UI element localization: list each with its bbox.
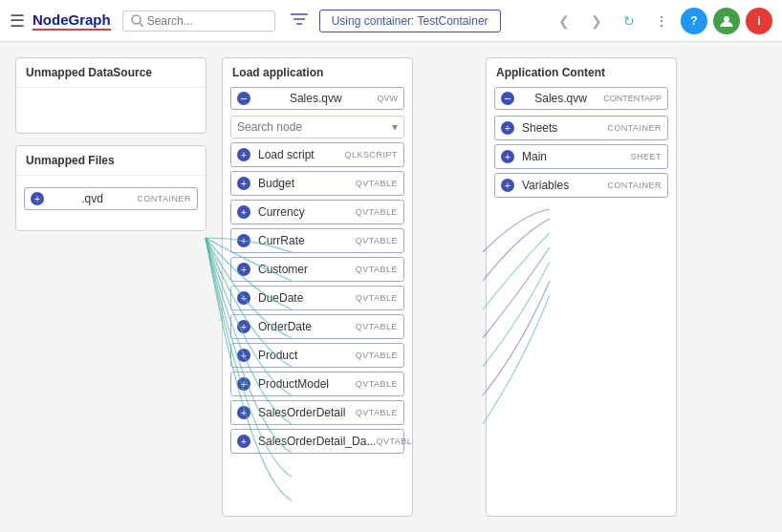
node-tag: QVTABLE: [356, 179, 398, 188]
add-app-node-button[interactable]: +: [501, 150, 514, 163]
svg-point-5: [724, 16, 729, 22]
search-node-bar[interactable]: ▾: [230, 116, 404, 138]
list-item[interactable]: + Main SHEET: [494, 144, 668, 169]
add-node-button[interactable]: +: [237, 435, 250, 448]
list-item[interactable]: + OrderDate QVTABLE: [230, 314, 404, 339]
node-name: Budget: [258, 177, 294, 190]
load-application-panel: Load application − Sales.qvw QVW ▾ + Loa…: [222, 57, 413, 517]
app-content-panel: Application Content − Sales.qvw CONTENTA…: [486, 57, 677, 517]
list-item[interactable]: + Budget QVTABLE: [230, 171, 404, 196]
add-node-button[interactable]: +: [237, 205, 250, 219]
list-item[interactable]: + Product QVTABLE: [230, 343, 404, 368]
help-button[interactable]: ?: [681, 8, 707, 34]
node-name: OrderDate: [258, 320, 312, 333]
info-button[interactable]: i: [746, 8, 772, 34]
node-name: CurrRate: [258, 234, 305, 247]
list-item[interactable]: + .qvd CONTAINER: [24, 187, 198, 210]
list-item[interactable]: + ProductModel QVTABLE: [230, 372, 404, 396]
node-name: ProductModel: [258, 377, 329, 391]
node-tag: QVTABLE: [376, 436, 412, 446]
collapse-app-button[interactable]: −: [501, 92, 514, 105]
list-item[interactable]: + DueDate QVTABLE: [230, 286, 404, 310]
search-input[interactable]: [147, 14, 262, 28]
node-name: Product: [258, 349, 297, 362]
container-button[interactable]: Using container: TestContainer: [319, 10, 501, 32]
hamburger-icon[interactable]: ☰: [10, 11, 25, 32]
app-logo: NodeGraph: [33, 11, 111, 31]
unmapped-datasource-title: Unmapped DataSource: [16, 58, 206, 88]
add-node-button[interactable]: +: [237, 148, 250, 161]
top-node-name: Sales.qvw: [290, 92, 342, 105]
user-button[interactable]: [713, 8, 740, 34]
svg-line-1: [140, 23, 143, 27]
add-node-button[interactable]: +: [237, 234, 250, 247]
app-node-tag: CONTAINER: [607, 123, 662, 133]
node-name: Load script: [258, 148, 315, 161]
list-item[interactable]: + SalesOrderDetail_Da... QVTABLE: [230, 429, 404, 454]
app-node-list[interactable]: + Sheets CONTAINER + Main SHEET + Variab…: [487, 116, 676, 516]
filter-icon[interactable]: [291, 12, 308, 30]
list-item[interactable]: + SalesOrderDetail QVTABLE: [230, 400, 404, 425]
app-node-tag: SHEET: [630, 152, 662, 161]
app-node-name: Main: [522, 150, 547, 163]
load-panel-title: Load application: [223, 58, 412, 87]
collapse-button[interactable]: −: [237, 92, 250, 105]
app-node-name: Variables: [522, 179, 569, 192]
more-options-button[interactable]: ⋮: [648, 8, 675, 34]
file-name: .qvd: [81, 192, 103, 205]
app-node-name: Sheets: [522, 121, 557, 135]
add-node-button[interactable]: +: [237, 263, 250, 276]
search-icon: [131, 14, 143, 27]
add-app-node-button[interactable]: +: [501, 179, 514, 192]
add-app-node-button[interactable]: +: [501, 121, 514, 135]
list-item[interactable]: + Variables CONTAINER: [494, 173, 668, 198]
add-node-button[interactable]: +: [237, 377, 250, 391]
global-search[interactable]: [122, 11, 275, 32]
file-tag: CONTAINER: [137, 194, 191, 203]
list-item[interactable]: + Sheets CONTAINER: [494, 116, 668, 140]
add-node-button[interactable]: +: [31, 192, 44, 205]
list-item[interactable]: + Currency QVTABLE: [230, 200, 404, 224]
load-top-node[interactable]: − Sales.qvw QVW: [230, 87, 404, 110]
unmapped-files-body: + .qvd CONTAINER: [16, 176, 206, 230]
add-node-button[interactable]: +: [237, 320, 250, 333]
main-canvas: Unmapped DataSource Unmapped Files + .qv…: [0, 42, 782, 532]
node-name: SalesOrderDetail: [258, 406, 345, 419]
list-item[interactable]: + Customer QVTABLE: [230, 257, 404, 282]
node-tag: QVTABLE: [356, 207, 398, 217]
unmapped-datasource-body: [16, 88, 206, 133]
node-tag: QVTABLE: [356, 322, 398, 331]
list-item[interactable]: + Load script QLKSCRIPT: [230, 142, 404, 167]
unmapped-datasource-panel: Unmapped DataSource: [15, 57, 206, 134]
left-column: Unmapped DataSource Unmapped Files + .qv…: [15, 57, 206, 517]
app-top-node-name: Sales.qvw: [534, 92, 587, 105]
add-node-button[interactable]: +: [237, 406, 250, 419]
svg-point-0: [132, 15, 141, 24]
node-name: Currency: [258, 205, 305, 219]
filter-svg: [291, 12, 308, 26]
unmapped-files-panel: Unmapped Files + .qvd CONTAINER: [15, 145, 206, 231]
nav-icons: ❮ ❯ ↻ ⋮ ? i: [551, 8, 772, 34]
node-name: SalesOrderDetail_Da...: [258, 435, 376, 448]
app-node-tag: CONTAINER: [607, 181, 662, 190]
node-tag: QVTABLE: [356, 236, 398, 245]
app-panel-title: Application Content: [487, 58, 676, 87]
add-node-button[interactable]: +: [237, 349, 250, 362]
node-tag: QLKSCRIPT: [344, 150, 398, 160]
app-top-node[interactable]: − Sales.qvw CONTENTAPP: [494, 87, 668, 110]
list-item[interactable]: + CurrRate QVTABLE: [230, 228, 404, 253]
chevron-down-icon: ▾: [392, 120, 398, 134]
top-node-tag: QVW: [377, 94, 398, 103]
add-node-button[interactable]: +: [237, 291, 250, 305]
load-node-list[interactable]: + Load script QLKSCRIPT + Budget QVTABLE…: [223, 142, 412, 516]
user-icon: [720, 14, 733, 28]
nav-next-button[interactable]: ❯: [583, 8, 610, 34]
node-name: DueDate: [258, 291, 303, 305]
nav-prev-button[interactable]: ❮: [551, 8, 577, 34]
search-node-input[interactable]: [237, 120, 392, 134]
node-name: Customer: [258, 263, 308, 276]
add-node-button[interactable]: +: [237, 177, 250, 190]
app-top-node-tag: CONTENTAPP: [603, 94, 662, 103]
refresh-button[interactable]: ↻: [616, 8, 642, 34]
node-tag: QVTABLE: [356, 265, 398, 274]
